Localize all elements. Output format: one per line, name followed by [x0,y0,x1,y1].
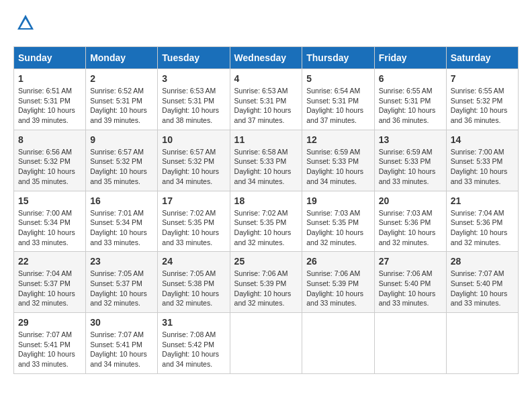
calendar-header-thursday: Thursday [302,47,374,69]
calendar-cell: 16 Sunrise: 7:01 AM Sunset: 5:34 PM Dayl… [86,191,158,252]
calendar-cell: 14 Sunrise: 7:00 AM Sunset: 5:33 PM Dayl… [446,130,518,191]
day-info: Sunrise: 6:53 AM Sunset: 5:31 PM Dayligh… [162,86,225,126]
day-info: Sunrise: 6:58 AM Sunset: 5:33 PM Dayligh… [234,147,298,187]
day-info: Sunrise: 6:57 AM Sunset: 5:32 PM Dayligh… [90,147,153,187]
calendar-cell: 10 Sunrise: 6:57 AM Sunset: 5:32 PM Dayl… [158,130,230,191]
day-number: 18 [234,195,298,206]
calendar-header-saturday: Saturday [446,47,518,69]
day-info: Sunrise: 7:05 AM Sunset: 5:37 PM Dayligh… [90,269,153,308]
day-info: Sunrise: 6:59 AM Sunset: 5:33 PM Dayligh… [306,147,369,187]
day-number: 27 [379,256,442,267]
day-number: 7 [451,73,514,84]
day-info: Sunrise: 6:53 AM Sunset: 5:31 PM Dayligh… [234,86,298,126]
calendar-cell: 30 Sunrise: 7:07 AM Sunset: 5:41 PM Dayl… [86,313,158,374]
day-number: 26 [306,256,369,267]
calendar-cell: 18 Sunrise: 7:02 AM Sunset: 5:35 PM Dayl… [230,191,302,252]
day-number: 4 [234,73,298,84]
day-number: 11 [234,134,298,145]
calendar-cell: 17 Sunrise: 7:02 AM Sunset: 5:35 PM Dayl… [158,191,230,252]
day-number: 2 [90,73,153,84]
calendar-cell: 13 Sunrise: 6:59 AM Sunset: 5:33 PM Dayl… [374,130,446,191]
calendar-header-monday: Monday [86,47,158,69]
day-info: Sunrise: 7:03 AM Sunset: 5:35 PM Dayligh… [306,208,369,248]
calendar-cell: 7 Sunrise: 6:55 AM Sunset: 5:32 PM Dayli… [446,69,518,130]
calendar-cell: 26 Sunrise: 7:06 AM Sunset: 5:39 PM Dayl… [302,252,374,313]
day-info: Sunrise: 7:01 AM Sunset: 5:34 PM Dayligh… [90,208,153,248]
day-number: 8 [18,134,81,145]
day-info: Sunrise: 7:07 AM Sunset: 5:41 PM Dayligh… [90,330,153,369]
day-number: 13 [379,134,442,145]
day-info: Sunrise: 6:54 AM Sunset: 5:31 PM Dayligh… [306,86,369,126]
calendar-header-tuesday: Tuesday [158,47,230,69]
calendar-cell: 20 Sunrise: 7:03 AM Sunset: 5:36 PM Dayl… [374,191,446,252]
day-info: Sunrise: 6:52 AM Sunset: 5:31 PM Dayligh… [90,86,153,126]
day-info: Sunrise: 7:03 AM Sunset: 5:36 PM Dayligh… [379,208,442,248]
day-number: 21 [451,195,514,206]
calendar-cell: 22 Sunrise: 7:04 AM Sunset: 5:37 PM Dayl… [14,252,86,313]
day-info: Sunrise: 6:56 AM Sunset: 5:32 PM Dayligh… [18,147,81,187]
calendar-week-row: 22 Sunrise: 7:04 AM Sunset: 5:37 PM Dayl… [14,252,519,313]
day-info: Sunrise: 6:57 AM Sunset: 5:32 PM Dayligh… [162,147,225,187]
calendar-header-friday: Friday [374,47,446,69]
calendar-cell: 8 Sunrise: 6:56 AM Sunset: 5:32 PM Dayli… [14,130,86,191]
day-number: 17 [162,195,225,206]
calendar-table: SundayMondayTuesdayWednesdayThursdayFrid… [13,46,519,374]
day-info: Sunrise: 7:06 AM Sunset: 5:39 PM Dayligh… [234,269,298,308]
calendar-cell: 24 Sunrise: 7:05 AM Sunset: 5:38 PM Dayl… [158,252,230,313]
calendar-cell: 23 Sunrise: 7:05 AM Sunset: 5:37 PM Dayl… [86,252,158,313]
day-number: 5 [306,73,369,84]
day-number: 10 [162,134,225,145]
calendar-cell: 29 Sunrise: 7:07 AM Sunset: 5:41 PM Dayl… [14,313,86,374]
day-number: 22 [18,256,81,267]
calendar-cell: 9 Sunrise: 6:57 AM Sunset: 5:32 PM Dayli… [86,130,158,191]
day-number: 30 [90,317,153,328]
day-info: Sunrise: 6:55 AM Sunset: 5:32 PM Dayligh… [451,86,514,126]
calendar-cell: 12 Sunrise: 6:59 AM Sunset: 5:33 PM Dayl… [302,130,374,191]
day-info: Sunrise: 7:07 AM Sunset: 5:40 PM Dayligh… [451,269,514,308]
logo-icon [16,13,35,32]
calendar-cell: 1 Sunrise: 6:51 AM Sunset: 5:31 PM Dayli… [14,69,86,130]
day-number: 3 [162,73,225,84]
calendar-week-row: 29 Sunrise: 7:07 AM Sunset: 5:41 PM Dayl… [14,313,519,374]
day-number: 19 [306,195,369,206]
day-number: 31 [162,317,225,328]
calendar-cell: 28 Sunrise: 7:07 AM Sunset: 5:40 PM Dayl… [446,252,518,313]
calendar-cell: 11 Sunrise: 6:58 AM Sunset: 5:33 PM Dayl… [230,130,302,191]
day-number: 23 [90,256,153,267]
day-info: Sunrise: 6:59 AM Sunset: 5:33 PM Dayligh… [379,147,442,187]
calendar-week-row: 15 Sunrise: 7:00 AM Sunset: 5:34 PM Dayl… [14,191,519,252]
day-number: 9 [90,134,153,145]
calendar-cell: 25 Sunrise: 7:06 AM Sunset: 5:39 PM Dayl… [230,252,302,313]
day-number: 15 [18,195,81,206]
calendar-week-row: 1 Sunrise: 6:51 AM Sunset: 5:31 PM Dayli… [14,69,519,130]
day-info: Sunrise: 7:02 AM Sunset: 5:35 PM Dayligh… [234,208,298,248]
day-number: 14 [451,134,514,145]
day-number: 24 [162,256,225,267]
calendar-week-row: 8 Sunrise: 6:56 AM Sunset: 5:32 PM Dayli… [14,130,519,191]
calendar-cell [302,313,374,374]
calendar-cell: 4 Sunrise: 6:53 AM Sunset: 5:31 PM Dayli… [230,69,302,130]
page-header [13,13,519,36]
day-number: 6 [379,73,442,84]
day-number: 20 [379,195,442,206]
calendar-header-sunday: Sunday [14,47,86,69]
day-info: Sunrise: 7:04 AM Sunset: 5:37 PM Dayligh… [18,269,81,308]
day-info: Sunrise: 7:05 AM Sunset: 5:38 PM Dayligh… [162,269,225,308]
day-info: Sunrise: 7:08 AM Sunset: 5:42 PM Dayligh… [162,330,225,369]
day-number: 12 [306,134,369,145]
day-number: 28 [451,256,514,267]
day-info: Sunrise: 6:55 AM Sunset: 5:31 PM Dayligh… [379,86,442,126]
calendar-cell: 27 Sunrise: 7:06 AM Sunset: 5:40 PM Dayl… [374,252,446,313]
day-info: Sunrise: 7:02 AM Sunset: 5:35 PM Dayligh… [162,208,225,248]
day-number: 25 [234,256,298,267]
day-info: Sunrise: 7:00 AM Sunset: 5:34 PM Dayligh… [18,208,81,248]
calendar-cell [230,313,302,374]
calendar-cell [446,313,518,374]
calendar-cell: 3 Sunrise: 6:53 AM Sunset: 5:31 PM Dayli… [158,69,230,130]
calendar-cell: 31 Sunrise: 7:08 AM Sunset: 5:42 PM Dayl… [158,313,230,374]
day-info: Sunrise: 7:06 AM Sunset: 5:40 PM Dayligh… [379,269,442,308]
calendar-cell: 15 Sunrise: 7:00 AM Sunset: 5:34 PM Dayl… [14,191,86,252]
calendar-header-wednesday: Wednesday [230,47,302,69]
calendar-header-row: SundayMondayTuesdayWednesdayThursdayFrid… [14,47,519,69]
calendar-cell: 2 Sunrise: 6:52 AM Sunset: 5:31 PM Dayli… [86,69,158,130]
